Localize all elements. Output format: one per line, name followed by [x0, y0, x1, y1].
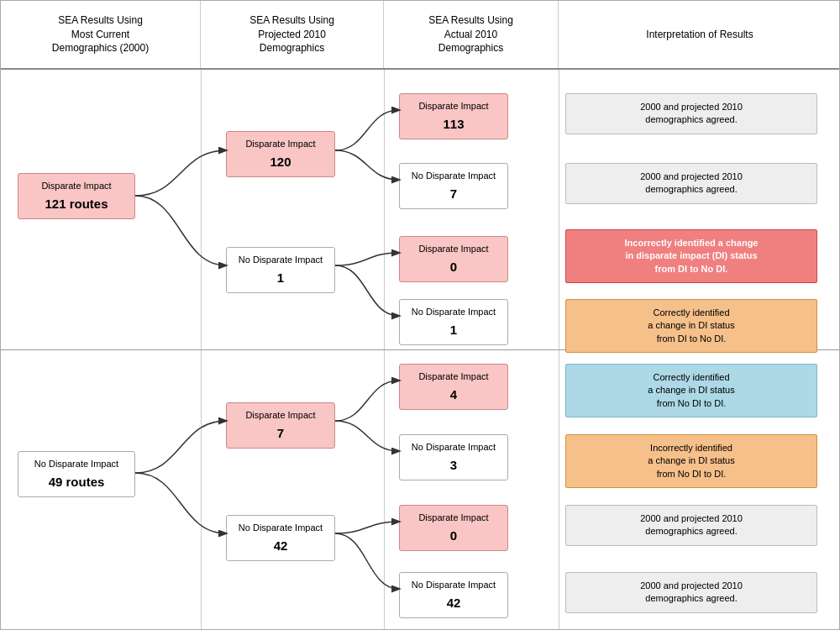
bot-root-box: No Disparate Impact 49 routes [18, 451, 135, 497]
top-leaf-ndi-di-box: Disparate Impact 0 [399, 236, 508, 282]
top-leaf-di-ndi-box: No Disparate Impact 7 [399, 163, 508, 209]
header-col1: SEA Results Using Most Current Demograph… [1, 1, 201, 68]
top-leaf-di-di-box: Disparate Impact 113 [399, 93, 508, 139]
top-root-box: Disparate Impact 121 routes [18, 173, 135, 219]
top-interp-ndi-di: Incorrectly identified a change in dispa… [565, 229, 817, 283]
top-leaf-ndi-ndi-box: No Disparate Impact 1 [399, 299, 508, 345]
bot-interp-di-di: Correctly identified a change in DI stat… [565, 364, 817, 417]
bot-leaf-ndi-ndi-box: No Disparate Impact 42 [399, 572, 508, 618]
bot-interp-di-ndi: Incorrectly identified a change in DI st… [565, 434, 817, 488]
top-branch-ndi-box: No Disparate Impact 1 [226, 247, 335, 293]
top-branch-di-box: Disparate Impact 120 [226, 131, 335, 177]
header-col3: SEA Results Using Actual 2010 Demographi… [384, 1, 559, 68]
top-interp-ndi-ndi: Correctly identified a change in DI stat… [565, 299, 817, 353]
bot-interp-ndi-ndi: 2000 and projected 2010 demographics agr… [565, 572, 817, 613]
header-col4: Interpretation of Results [559, 1, 840, 68]
bot-leaf-ndi-di-box: Disparate Impact 0 [399, 505, 508, 551]
top-interp-di-ndi: 2000 and projected 2010 demographics agr… [565, 163, 817, 204]
top-interp-di-di: 2000 and projected 2010 demographics agr… [565, 93, 817, 134]
header-col2: SEA Results Using Projected 2010 Demogra… [201, 1, 384, 68]
bot-leaf-di-di-box: Disparate Impact 4 [399, 364, 508, 410]
bot-branch-ndi-box: No Disparate Impact 42 [226, 515, 335, 561]
bot-branch-di-box: Disparate Impact 7 [226, 402, 335, 449]
bot-leaf-di-ndi-box: No Disparate Impact 3 [399, 434, 508, 480]
bot-interp-ndi-di: 2000 and projected 2010 demographics agr… [565, 505, 817, 546]
